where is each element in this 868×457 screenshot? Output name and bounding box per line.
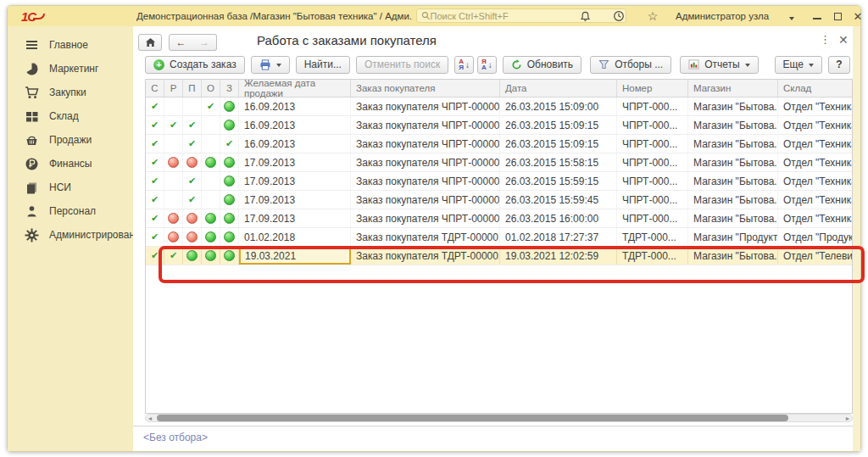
filter-status-link[interactable]: <Без отбора>: [143, 432, 208, 443]
service-menu-icon[interactable]: [784, 6, 799, 26]
status-red-icon: [168, 213, 179, 224]
sidebar-item-personnel[interactable]: Персонал: [8, 199, 133, 223]
table-row[interactable]: ✔01.02.2018Заказ покупателя ТДРТ-000001.…: [146, 228, 852, 247]
column-header-date[interactable]: Дата: [500, 80, 617, 97]
status-check-icon: ✔: [170, 251, 177, 260]
horizontal-scrollbar[interactable]: ◄ ►: [145, 414, 853, 422]
cell-warehouse: Отдел "Техника д: [778, 191, 853, 209]
cell-order: Заказ покупателя ЧПРТ-00000...: [351, 98, 500, 115]
cell-store: Магазин "Продукт...: [688, 228, 778, 246]
column-header-warehouse[interactable]: Склад: [778, 80, 853, 97]
table-row[interactable]: ✔✔✔16.09.2013Заказ покупателя ЧПРТ-00000…: [146, 116, 852, 135]
sidebar-item-administration[interactable]: Администрирование: [8, 223, 133, 247]
scrollbar-thumb[interactable]: [157, 415, 788, 421]
maximize-button[interactable]: [830, 6, 845, 26]
find-button[interactable]: Найти...: [296, 56, 350, 74]
global-search-box[interactable]: [416, 8, 626, 23]
home-button[interactable]: [138, 34, 162, 51]
history-icon[interactable]: [611, 6, 626, 26]
column-header-order[interactable]: Заказ покупателя: [351, 80, 500, 97]
forward-button[interactable]: →: [192, 34, 217, 51]
sidebar-item-label: Склад: [49, 110, 79, 122]
status-green-icon: [224, 176, 235, 187]
status-cell: [202, 135, 220, 153]
close-button[interactable]: ✕: [850, 6, 865, 26]
scroll-left-arrow-icon[interactable]: ◄: [146, 415, 154, 421]
cell-desired-date: 17.09.2013: [239, 191, 351, 209]
status-red-icon: [186, 213, 198, 224]
status-check-icon: ✔: [188, 195, 196, 204]
sidebar-items: Главное Маркетинг Закупки Склад: [8, 33, 133, 247]
table-row[interactable]: ✔17.09.2013Заказ покупателя ЧПРТ-00000..…: [146, 153, 852, 172]
status-cell: [202, 228, 220, 246]
form-close-icon[interactable]: ✕: [838, 33, 849, 47]
help-button[interactable]: ?: [828, 56, 850, 74]
filters-button[interactable]: Отборы ...: [590, 56, 671, 74]
table-row[interactable]: ✔✔16.09.2013Заказ покупателя ЧПРТ-00000.…: [146, 98, 852, 116]
column-header-store[interactable]: Магазин: [688, 80, 778, 97]
minimize-button[interactable]: [810, 6, 825, 26]
cell-order: Заказ покупателя ТДРТ-000001...: [351, 247, 500, 265]
cell-order: Заказ покупателя ЧПРТ-00000...: [351, 116, 500, 134]
status-red-icon: [186, 157, 198, 168]
current-user[interactable]: Администратор узла: [676, 6, 769, 26]
sidebar-item-label: Администрирование: [49, 229, 146, 241]
column-header-z[interactable]: З: [220, 80, 239, 97]
print-button[interactable]: [251, 56, 290, 74]
status-cell: ✔: [146, 247, 164, 265]
status-cell: [164, 135, 183, 153]
column-header-desired-date[interactable]: Желаемая дата продажи: [239, 80, 351, 97]
sort-descending-button[interactable]: ЯА↓: [477, 56, 497, 74]
refresh-button[interactable]: Обновить: [503, 56, 581, 74]
main-menu-icon[interactable]: [108, 6, 121, 26]
form-kebab-menu-icon[interactable]: ⋮: [820, 33, 831, 46]
more-button[interactable]: Еще: [775, 56, 822, 74]
favorites-star-icon[interactable]: ☆: [645, 6, 660, 26]
scroll-right-arrow-icon[interactable]: ►: [843, 415, 852, 421]
sort-ascending-button[interactable]: АЯ↓: [454, 56, 474, 74]
column-header-r[interactable]: Р: [164, 80, 183, 97]
column-header-o[interactable]: О: [202, 80, 220, 97]
sidebar-item-label: Персонал: [49, 205, 96, 217]
cell-number: ЧПРТ-000...: [617, 98, 688, 115]
status-green-icon: [224, 194, 235, 205]
cell-order: Заказ покупателя ЧПРТ-00000...: [351, 153, 500, 171]
status-cell: [220, 209, 239, 227]
column-header-s[interactable]: С: [146, 80, 164, 97]
back-button[interactable]: ←: [169, 34, 193, 51]
column-header-p[interactable]: П: [183, 80, 202, 97]
sidebar-item-label: Маркетинг: [49, 63, 98, 75]
status-cell: ✔: [146, 228, 164, 246]
status-green-icon: [205, 213, 216, 224]
table-row[interactable]: ✔✔19.03.2021Заказ покупателя ТДРТ-000001…: [146, 247, 852, 265]
notifications-bell-icon[interactable]: [577, 6, 593, 26]
sidebar-item-finance[interactable]: Финансы: [8, 152, 133, 176]
reports-button[interactable]: Отчеты: [680, 56, 758, 74]
basket-icon: [25, 133, 39, 148]
table-row[interactable]: ✔✔17.09.2013Заказ покупателя ЧПРТ-00000.…: [146, 172, 852, 191]
sidebar-item-marketing[interactable]: Маркетинг: [8, 57, 133, 81]
cancel-search-button[interactable]: Отменить поиск: [356, 56, 448, 74]
sidebar-item-warehouse[interactable]: Склад: [8, 104, 133, 128]
table-row[interactable]: ✔17.09.2013Заказ покупателя ЧПРТ-00000..…: [146, 209, 852, 228]
cell-date: 26.03.2015 15:09:15: [500, 116, 617, 134]
table-row[interactable]: ✔✔✔16.09.2013Заказ покупателя ЧПРТ-00000…: [146, 135, 852, 153]
status-check-icon: ✔: [151, 176, 159, 186]
status-check-icon: ✔: [151, 120, 159, 130]
sidebar-item-label: Закупки: [49, 86, 86, 98]
more-dropdown-caret: [809, 64, 814, 70]
sidebar-item-label: Финансы: [49, 158, 92, 170]
sidebar-item-main[interactable]: Главное: [8, 33, 133, 57]
sidebar-item-sales[interactable]: Продажи: [8, 128, 133, 152]
status-green-icon: [205, 250, 216, 261]
sidebar-item-purchases[interactable]: Закупки: [8, 81, 133, 104]
status-check-icon: ✔: [188, 120, 196, 130]
cell-date: 01.02.2018 17:27:37: [500, 228, 617, 246]
table-row[interactable]: ✔✔17.09.2013Заказ покупателя ЧПРТ-00000.…: [146, 191, 852, 209]
toolbar: + Создать заказ Найти... Отменить поиск …: [133, 53, 862, 75]
sidebar-item-nsi[interactable]: НСИ: [8, 176, 133, 199]
column-header-number[interactable]: Номер: [617, 80, 688, 97]
search-input[interactable]: [431, 11, 621, 21]
create-order-button[interactable]: + Создать заказ: [145, 56, 245, 74]
gear-icon: [25, 228, 39, 242]
